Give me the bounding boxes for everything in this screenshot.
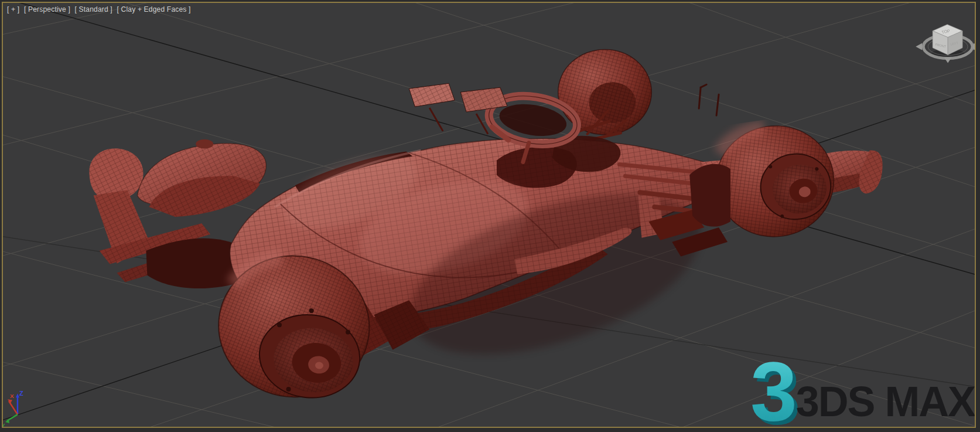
viewport-menu-renderer[interactable]: [ Standard ] [74, 5, 112, 13]
x-axis-label: X [10, 393, 14, 399]
y-axis-label: Y [3, 422, 5, 427]
3dsmax-window: TOP FRONT LEFT Z X Y 3 3 3DS MAX [0, 0, 980, 432]
viewport-menu-shading[interactable]: [ Clay + Edged Faces ] [117, 5, 190, 13]
viewcube-arrow-east[interactable] [974, 43, 975, 50]
car-brake-duct [689, 164, 730, 227]
viewport-menu-pov[interactable]: [ Perspective ] [24, 5, 70, 13]
viewport-label: [ + ] [ Perspective ] [ Standard ] [ Cla… [7, 5, 193, 13]
car-drs-pod [196, 140, 213, 149]
perspective-viewport[interactable]: TOP FRONT LEFT Z X Y 3 3 3DS MAX [2, 2, 976, 428]
logo-text: 3DS MAX [796, 378, 975, 425]
z-axis-label: Z [19, 390, 23, 397]
viewport-menu-general[interactable]: [ + ] [7, 5, 19, 13]
logo-mark: 3 [750, 344, 797, 427]
viewport-canvas[interactable]: TOP FRONT LEFT Z X Y 3 3 3DS MAX [3, 3, 975, 427]
